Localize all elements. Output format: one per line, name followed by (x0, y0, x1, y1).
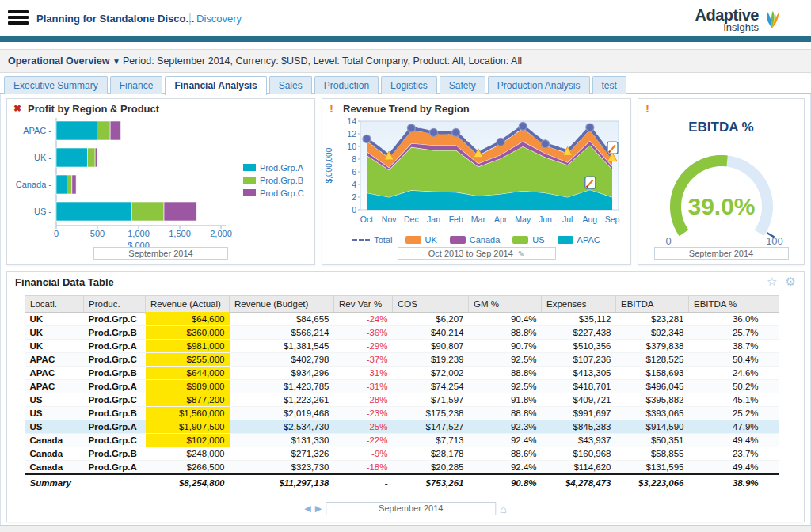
cell-product: Prod.Grp.B (84, 326, 146, 340)
legend-swatch (406, 236, 421, 244)
cell-revenue_budget: $1,381,545 (230, 340, 334, 353)
svg-text:100: 100 (766, 235, 783, 247)
tab-test[interactable]: test (592, 76, 626, 94)
pager-prev-icon[interactable]: ◀ (304, 504, 310, 514)
col-header-empty (763, 296, 779, 313)
table-row[interactable]: USProd.Grp.C$877,200$1,223,261-28%$71,59… (25, 393, 779, 407)
legend-item-canada[interactable]: Canada (450, 235, 501, 245)
cell-empty (763, 367, 779, 380)
summary-label: Summary (25, 474, 84, 491)
svg-text:10: 10 (347, 142, 356, 151)
col-header-ebitda[interactable]: EBITDA % (689, 296, 763, 313)
svg-text:Jul: Jul (562, 215, 573, 224)
profit-period-box[interactable]: September 2014 (93, 247, 228, 260)
svg-text:UK -: UK - (34, 153, 51, 162)
cell-empty (763, 313, 779, 326)
cell-ebitda_pct: 24.6% (689, 367, 763, 380)
cell-empty (763, 461, 779, 474)
col-header-locati[interactable]: Locati. (25, 296, 84, 313)
cell-revenue_actual: $989,000 (146, 380, 230, 393)
discovery-link[interactable]: Discovery (196, 13, 242, 25)
gauge-period-box[interactable]: September 2014 (654, 247, 789, 260)
cell-ebitda_pct: 25.2% (689, 407, 763, 420)
summary-ebitda: $3,223,066 (616, 474, 689, 491)
col-header-ebitda[interactable]: EBITDA (616, 296, 689, 313)
trend-period-box[interactable]: Oct 2013 to Sep 2014✎ (398, 247, 556, 260)
tab-financial-analysis[interactable]: Financial Analysis (165, 76, 266, 95)
cell-ebitda: $914,590 (616, 420, 689, 434)
cell-expenses: $227,438 (542, 326, 616, 340)
pager-next-icon[interactable]: ▶ (315, 504, 322, 514)
cell-gm: 88.8% (469, 407, 542, 420)
view-selector[interactable]: Operational Overview ▼ (8, 55, 120, 66)
cell-cos: $175,238 (393, 407, 469, 420)
tab-sales[interactable]: Sales (269, 76, 312, 94)
tab-executive-summary[interactable]: Executive Summary (4, 76, 108, 94)
col-header-cos[interactable]: COS (393, 296, 469, 313)
col-header-rev-var[interactable]: Rev Var % (334, 296, 393, 313)
svg-text:Aug: Aug (582, 215, 597, 224)
svg-text:US -: US - (34, 207, 51, 216)
svg-text:Dec: Dec (404, 215, 419, 224)
tab-production-analysis[interactable]: Production Analysis (488, 76, 590, 94)
col-header-revenue-actual[interactable]: Revenue (Actual) (146, 296, 230, 313)
table-row[interactable]: UKProd.Grp.A$981,000$1,381,545-29%$90,80… (25, 340, 779, 353)
legend-item-uk[interactable]: UK (406, 235, 437, 245)
col-header-gm[interactable]: GM % (469, 296, 542, 313)
col-header-expenses[interactable]: Expenses (542, 296, 616, 313)
col-header-revenue-budget[interactable]: Revenue (Budget) (230, 296, 334, 313)
alert-icon[interactable]: ! (645, 101, 649, 115)
pager-period-box[interactable]: September 2014 (326, 502, 496, 515)
tab-finance[interactable]: Finance (110, 76, 163, 94)
cell-ebitda: $379,838 (616, 340, 689, 353)
cell-revenue_budget: $1,223,261 (230, 393, 334, 407)
gear-icon[interactable]: ⚙ (786, 275, 796, 289)
dashboard-page: Planning for Standalone Disco... | Disco… (0, 0, 811, 532)
table-row[interactable]: CanadaProd.Grp.A$266,500$323,730-18%$20,… (25, 461, 779, 474)
table-row[interactable]: APACProd.Grp.B$644,000$934,296-31%$72,00… (25, 367, 779, 380)
cell-location: APAC (25, 380, 84, 393)
cell-ebitda: $131,595 (616, 461, 689, 474)
table-row[interactable]: USProd.Grp.B$1,560,000$2,019,468-23%$175… (25, 407, 779, 420)
legend-item-total[interactable]: Total (352, 235, 392, 245)
tab-production[interactable]: Production (314, 76, 379, 94)
cell-location: US (25, 407, 84, 420)
table-row[interactable]: CanadaProd.Grp.B$248,000$271,326-9%$28,1… (25, 447, 779, 461)
table-row[interactable]: APACProd.Grp.A$989,000$1,423,785-31%$74,… (25, 380, 779, 393)
svg-text:APAC -: APAC - (23, 126, 51, 135)
cell-cos: $6,207 (393, 313, 469, 326)
bottom-strip (0, 525, 811, 532)
cell-location: US (25, 420, 84, 434)
menu-icon[interactable] (8, 10, 29, 26)
table-row[interactable]: UKProd.Grp.C$64,600$84,655-24%$6,20790.4… (25, 313, 779, 326)
cell-cos: $7,713 (393, 434, 469, 447)
summary-expenses: $4,278,473 (542, 474, 616, 491)
cell-empty (763, 326, 779, 340)
svg-text:12: 12 (347, 129, 356, 139)
tab-logistics[interactable]: Logistics (381, 76, 437, 94)
cell-empty (763, 393, 779, 407)
cell-gm: 92.5% (469, 353, 542, 367)
star-icon[interactable]: ☆ (767, 275, 777, 289)
cell-cos: $72,002 (393, 367, 469, 380)
cell-rev_var: -37% (334, 353, 393, 367)
col-header-produc[interactable]: Produc. (84, 296, 146, 313)
cell-location: UK (25, 340, 84, 353)
svg-text:14: 14 (347, 116, 356, 126)
cell-gm: 88.8% (469, 326, 542, 340)
cell-expenses: $845,383 (542, 420, 616, 434)
table-row[interactable]: APACProd.Grp.C$255,000$402,798-37%$19,23… (25, 353, 779, 367)
summary-row: Summary$8,254,800$11,297,138-$753,26190.… (25, 474, 779, 491)
legend-item-us[interactable]: US (512, 235, 544, 245)
legend-item-apac[interactable]: APAC (558, 235, 600, 245)
cell-rev_var: -28% (334, 393, 393, 407)
cell-ebitda_pct: 47.9% (689, 420, 763, 434)
home-icon[interactable]: ⌂ (500, 503, 506, 515)
table-row[interactable]: USProd.Grp.A$1,907,500$2,534,730-25%$147… (25, 420, 779, 434)
cell-ebitda: $395,882 (616, 393, 689, 407)
tab-safety[interactable]: Safety (440, 76, 485, 94)
svg-text:Mar: Mar (471, 215, 486, 224)
svg-text:Jan: Jan (427, 215, 440, 224)
table-row[interactable]: CanadaProd.Grp.C$102,000$131,330-22%$7,7… (25, 434, 779, 447)
table-row[interactable]: UKProd.Grp.B$360,000$566,214-36%$40,2148… (25, 326, 779, 340)
